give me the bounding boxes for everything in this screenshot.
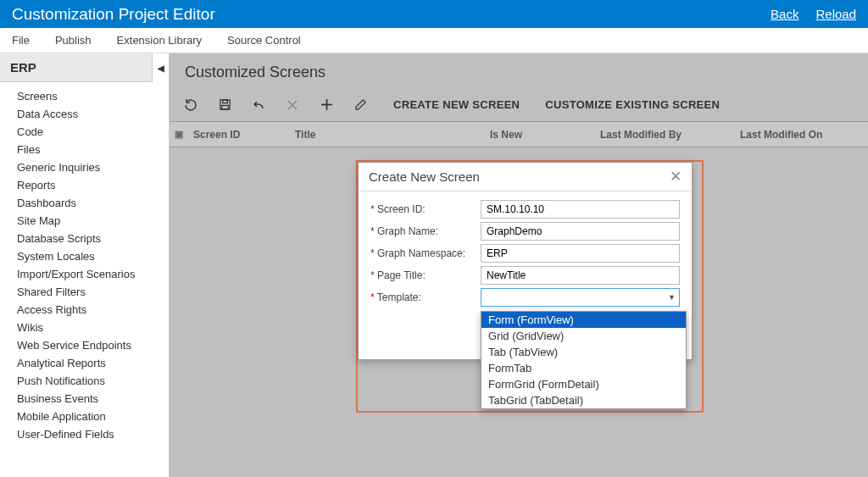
sidebar-list: ScreensData AccessCodeFilesGeneric Inqui…	[0, 82, 169, 477]
label-template: Template:	[370, 291, 481, 303]
col-is-new[interactable]: Is New	[485, 129, 595, 141]
template-options-list: Form (FormView)Grid (GridView)Tab (TabVi…	[481, 311, 687, 409]
sidebar-item-user-defined-fields[interactable]: User-Defined Fields	[0, 425, 169, 443]
app-title: Customization Project Editor	[12, 5, 754, 24]
col-modified-on[interactable]: Last Modified On	[735, 129, 868, 141]
menu-extension-library[interactable]: Extension Library	[117, 34, 202, 47]
edit-icon[interactable]	[353, 97, 368, 113]
sidebar-item-push-notifications[interactable]: Push Notifications	[0, 372, 169, 390]
graph-name-input[interactable]	[481, 222, 680, 241]
page-title-input[interactable]	[481, 266, 680, 285]
dialog-header: Create New Screen ✕	[359, 163, 692, 191]
reload-link[interactable]: Reload	[815, 7, 856, 21]
back-link[interactable]: Back	[771, 7, 798, 21]
sidebar-item-analytical-reports[interactable]: Analytical Reports	[0, 354, 169, 372]
menu-file[interactable]: File	[12, 34, 30, 47]
toolbar: CREATE NEW SCREEN CUSTOMIZE EXISTING SCR…	[170, 88, 868, 122]
menu-publish[interactable]: Publish	[55, 34, 92, 47]
sidebar-item-database-scripts[interactable]: Database Scripts	[0, 230, 169, 247]
sidebar-item-system-locales[interactable]: System Locales	[0, 247, 169, 265]
template-option[interactable]: TabGrid (TabDetail)	[481, 392, 686, 408]
sidebar-item-generic-inquiries[interactable]: Generic Inquiries	[0, 158, 169, 176]
grid-settings-icon[interactable]: ▣	[170, 129, 188, 140]
col-title[interactable]: Title	[290, 129, 485, 141]
close-icon[interactable]: ✕	[670, 168, 682, 186]
save-icon[interactable]	[217, 97, 232, 113]
menu-bar: File Publish Extension Library Source Co…	[0, 28, 868, 53]
refresh-icon[interactable]	[183, 97, 198, 113]
add-icon[interactable]	[319, 97, 334, 113]
sidebar-item-web-service-endpoints[interactable]: Web Service Endpoints	[0, 336, 169, 354]
title-bar: Customization Project Editor Back Reload	[0, 0, 868, 28]
template-option[interactable]: Form (FormView)	[481, 312, 686, 328]
sidebar-item-shared-filters[interactable]: Shared Filters	[0, 283, 169, 301]
sidebar-item-site-map[interactable]: Site Map	[0, 212, 169, 230]
sidebar-item-data-access[interactable]: Data Access	[0, 105, 169, 123]
template-option[interactable]: Grid (GridView)	[481, 328, 686, 344]
sidebar-item-dashboards[interactable]: Dashboards	[0, 194, 169, 212]
grid-header: ▣ Screen ID Title Is New Last Modified B…	[170, 122, 868, 147]
page-title: Customized Screens	[170, 53, 868, 88]
label-graph-name: Graph Name:	[370, 225, 481, 237]
sidebar-item-mobile-application[interactable]: Mobile Application	[0, 408, 169, 425]
sidebar-item-access-rights[interactable]: Access Rights	[0, 301, 169, 319]
delete-icon	[285, 97, 300, 113]
label-screen-id: Screen ID:	[370, 203, 481, 215]
sidebar-header: ERP ◀	[0, 53, 169, 82]
main-panel: Customized Screens CREATE NEW SCREEN CUS…	[170, 53, 868, 477]
screen-id-input[interactable]	[481, 200, 680, 219]
sidebar-item-reports[interactable]: Reports	[0, 176, 169, 194]
col-screen-id[interactable]: Screen ID	[188, 129, 290, 141]
graph-namespace-input[interactable]	[481, 244, 680, 263]
menu-source-control[interactable]: Source Control	[227, 34, 301, 47]
label-graph-namespace: Graph Namespace:	[370, 247, 481, 259]
chevron-down-icon[interactable]: ▼	[668, 293, 676, 302]
template-option[interactable]: FormGrid (FormDetail)	[481, 376, 686, 392]
collapse-sidebar-icon[interactable]: ◀	[152, 53, 169, 82]
create-new-screen-button[interactable]: CREATE NEW SCREEN	[393, 98, 520, 111]
svg-rect-1	[222, 100, 227, 103]
highlight-frame: Create New Screen ✕ Screen ID: Graph Nam…	[356, 160, 704, 413]
sidebar: ERP ◀ ScreensData AccessCodeFilesGeneric…	[0, 53, 170, 477]
sidebar-item-screens[interactable]: Screens	[0, 87, 169, 105]
customize-existing-button[interactable]: CUSTOMIZE EXISTING SCREEN	[545, 98, 720, 111]
sidebar-item-code[interactable]: Code	[0, 123, 169, 141]
template-dropdown[interactable]: ▼	[481, 288, 680, 307]
sidebar-item-wikis[interactable]: Wikis	[0, 319, 169, 336]
template-option[interactable]: FormTab	[481, 360, 686, 376]
create-screen-dialog: Create New Screen ✕ Screen ID: Graph Nam…	[358, 162, 693, 360]
svg-rect-2	[221, 105, 228, 109]
dialog-title: Create New Screen	[369, 169, 480, 184]
col-modified-by[interactable]: Last Modified By	[595, 129, 735, 141]
sidebar-title: ERP	[10, 60, 36, 75]
sidebar-item-business-events[interactable]: Business Events	[0, 390, 169, 408]
undo-icon[interactable]	[251, 97, 266, 113]
sidebar-item-import-export-scenarios[interactable]: Import/Export Scenarios	[0, 265, 169, 283]
sidebar-item-files[interactable]: Files	[0, 141, 169, 158]
template-option[interactable]: Tab (TabView)	[481, 344, 686, 360]
label-page-title: Page Title:	[370, 269, 481, 281]
